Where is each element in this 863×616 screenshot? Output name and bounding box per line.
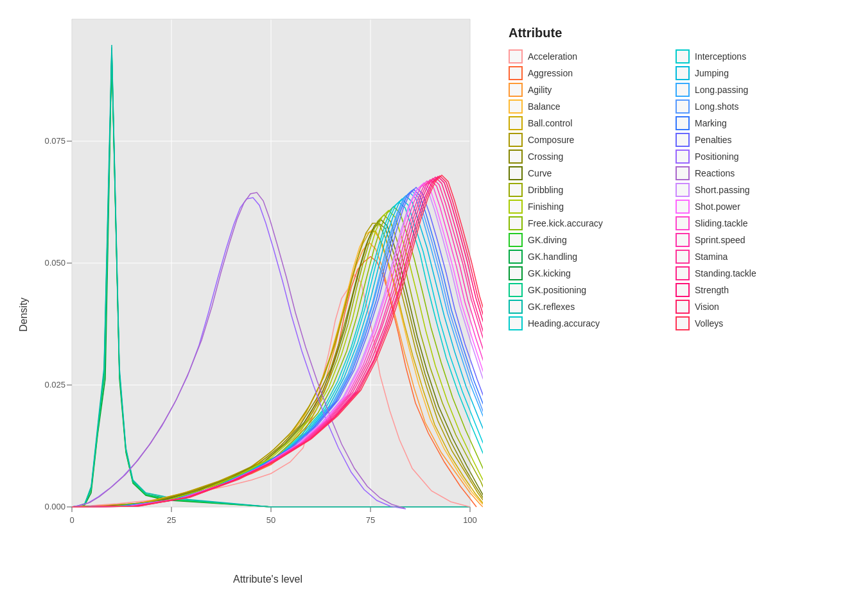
legend-area: Attribute AccelerationInterceptionsAggre…	[502, 13, 836, 343]
legend-swatch	[676, 283, 690, 297]
legend-swatch	[509, 183, 523, 197]
legend-label: GK.diving	[528, 235, 567, 245]
legend-item: Free.kick.accuracy	[509, 216, 663, 230]
legend-label: Interceptions	[695, 51, 746, 62]
legend-item: Reactions	[676, 166, 830, 180]
legend-swatch	[676, 83, 690, 97]
legend-label: Dribbling	[528, 185, 563, 195]
legend-swatch	[676, 250, 690, 264]
legend-swatch	[509, 133, 523, 147]
legend-item: Shot.power	[676, 200, 830, 214]
legend-item: Ball.control	[509, 116, 663, 130]
legend-item: GK.reflexes	[509, 300, 663, 314]
svg-text:0.000: 0.000	[44, 502, 65, 511]
legend-item: Long.shots	[676, 99, 830, 114]
svg-text:50: 50	[266, 515, 275, 525]
legend-item: Standing.tackle	[676, 266, 830, 280]
legend-label: Jumping	[695, 68, 729, 78]
legend-label: Ball.control	[528, 118, 572, 128]
plot-area: Density	[14, 13, 502, 590]
legend-label: Shot.power	[695, 201, 740, 212]
legend-label: Long.passing	[695, 85, 748, 95]
legend-label: Acceleration	[528, 51, 577, 62]
legend-label: Positioning	[695, 151, 739, 162]
legend-swatch	[509, 266, 523, 280]
legend-item: Positioning	[676, 150, 830, 164]
legend-item: Sliding.tackle	[676, 216, 830, 230]
legend-label: Long.shots	[695, 101, 739, 112]
chart-container: Density	[14, 13, 849, 603]
legend-swatch	[676, 183, 690, 197]
legend-swatch	[676, 216, 690, 230]
legend-item: Balance	[509, 99, 663, 114]
legend-label: GK.reflexes	[528, 302, 575, 312]
legend-label: Crossing	[528, 151, 563, 162]
legend-item: Volleys	[676, 316, 830, 330]
legend-swatch	[509, 316, 523, 330]
legend-label: Standing.tackle	[695, 268, 756, 278]
legend-label: Free.kick.accuracy	[528, 218, 603, 228]
legend-swatch	[509, 66, 523, 80]
legend-grid: AccelerationInterceptionsAggressionJumpi…	[509, 49, 830, 330]
legend-item: Agility	[509, 83, 663, 97]
legend-label: GK.positioning	[528, 285, 586, 295]
legend-label: Short.passing	[695, 185, 750, 195]
legend-swatch	[676, 49, 690, 64]
legend-item: Sprint.speed	[676, 233, 830, 247]
legend-label: Aggression	[528, 68, 573, 78]
legend-swatch	[676, 166, 690, 180]
legend-item: Composure	[509, 133, 663, 147]
legend-item: Jumping	[676, 66, 830, 80]
legend-item: GK.handling	[509, 250, 663, 264]
legend-swatch	[509, 150, 523, 164]
legend-item: Heading.accuracy	[509, 316, 663, 330]
legend-swatch	[676, 150, 690, 164]
svg-text:0.025: 0.025	[44, 380, 65, 389]
svg-text:25: 25	[167, 515, 176, 525]
legend-swatch	[676, 200, 690, 214]
legend-item: Marking	[676, 116, 830, 130]
legend-swatch	[509, 283, 523, 297]
legend-swatch	[676, 99, 690, 114]
legend-swatch	[509, 166, 523, 180]
legend-label: Volleys	[695, 318, 723, 329]
legend-swatch	[509, 233, 523, 247]
legend-label: GK.handling	[528, 252, 577, 262]
legend-item: Stamina	[676, 250, 830, 264]
svg-text:0.050: 0.050	[44, 258, 65, 268]
legend-item: Long.passing	[676, 83, 830, 97]
legend-item: Strength	[676, 283, 830, 297]
legend-label: Finishing	[528, 201, 564, 212]
legend-label: Curve	[528, 168, 552, 178]
svg-text:75: 75	[366, 515, 375, 525]
legend-item: Dribbling	[509, 183, 663, 197]
legend-item: Vision	[676, 300, 830, 314]
legend-swatch	[509, 200, 523, 214]
legend-item: Crossing	[509, 150, 663, 164]
legend-item: Acceleration	[509, 49, 663, 64]
legend-swatch	[509, 250, 523, 264]
legend-swatch	[676, 66, 690, 80]
y-axis-label: Density	[14, 13, 33, 590]
legend-label: Balance	[528, 101, 561, 112]
svg-text:0: 0	[69, 515, 74, 525]
legend-title: Attribute	[509, 26, 830, 40]
legend-swatch	[509, 116, 523, 130]
legend-label: GK.kicking	[528, 268, 571, 278]
legend-label: Sliding.tackle	[695, 218, 748, 228]
legend-swatch	[676, 133, 690, 147]
legend-item: Aggression	[509, 66, 663, 80]
legend-item: Interceptions	[676, 49, 830, 64]
legend-item: GK.kicking	[509, 266, 663, 280]
x-axis-label: Attribute's level	[33, 569, 502, 590]
legend-swatch	[676, 233, 690, 247]
legend-swatch	[676, 116, 690, 130]
legend-label: Agility	[528, 85, 552, 95]
density-plot: 0.000 0.025 0.050 0.075 0 25 50 75 100	[33, 13, 483, 539]
legend-swatch	[509, 216, 523, 230]
legend-swatch	[676, 300, 690, 314]
legend-item: GK.positioning	[509, 283, 663, 297]
legend-swatch	[509, 49, 523, 64]
legend-item: Penalties	[676, 133, 830, 147]
legend-label: Strength	[695, 285, 729, 295]
